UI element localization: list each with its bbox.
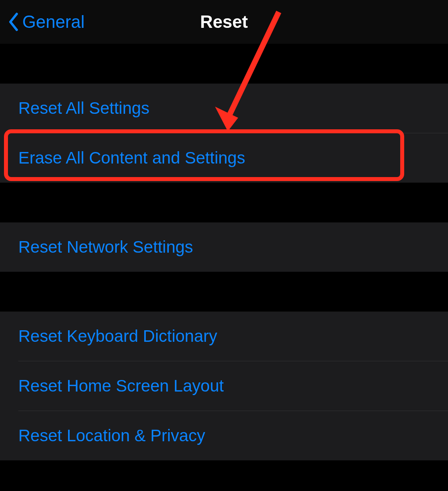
settings-group: Reset Keyboard Dictionary Reset Home Scr…	[0, 312, 448, 460]
reset-location-privacy-cell[interactable]: Reset Location & Privacy	[0, 411, 448, 460]
reset-home-screen-layout-cell[interactable]: Reset Home Screen Layout	[0, 361, 448, 411]
reset-network-settings-cell[interactable]: Reset Network Settings	[0, 222, 448, 272]
back-button[interactable]: General	[8, 12, 85, 32]
page-title: Reset	[200, 12, 248, 32]
cell-label: Reset Keyboard Dictionary	[18, 327, 217, 346]
section-spacer	[0, 272, 448, 312]
navigation-bar: General Reset	[0, 0, 448, 44]
cell-label: Reset Network Settings	[18, 238, 193, 257]
erase-all-content-cell[interactable]: Erase All Content and Settings	[0, 133, 448, 183]
settings-group: Reset Network Settings	[0, 222, 448, 272]
cell-label: Erase All Content and Settings	[18, 148, 245, 168]
chevron-left-icon	[8, 12, 19, 31]
cell-label: Reset Location & Privacy	[18, 426, 205, 445]
section-spacer	[0, 44, 448, 84]
back-label: General	[22, 12, 85, 32]
cell-label: Reset Home Screen Layout	[18, 376, 224, 396]
section-spacer	[0, 183, 448, 222]
reset-all-settings-cell[interactable]: Reset All Settings	[0, 84, 448, 133]
reset-keyboard-dictionary-cell[interactable]: Reset Keyboard Dictionary	[0, 312, 448, 361]
settings-group: Reset All Settings Erase All Content and…	[0, 84, 448, 183]
cell-label: Reset All Settings	[18, 99, 149, 118]
